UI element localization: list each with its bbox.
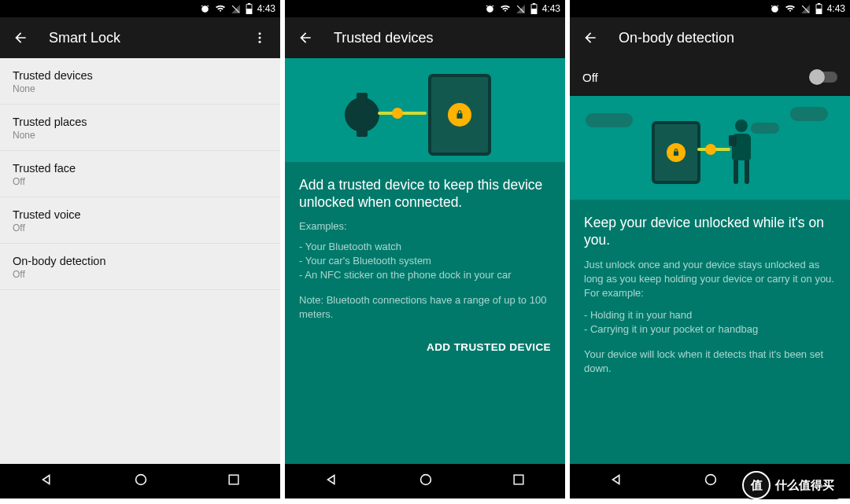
note-text: Note: Bluetooth connections have a range… xyxy=(299,293,551,322)
svg-point-7 xyxy=(136,475,146,485)
example-line: - Holding it in your hand xyxy=(584,308,836,322)
svg-point-5 xyxy=(259,37,261,39)
phone-smart-lock: 4:43 Smart Lock Trusted devices None Tru… xyxy=(0,0,280,498)
status-time: 4:43 xyxy=(257,3,275,14)
nav-back-icon[interactable] xyxy=(323,471,341,491)
list-item-title: Trusted voice xyxy=(13,208,268,221)
svg-rect-8 xyxy=(229,475,238,484)
wifi-icon xyxy=(785,4,796,14)
status-time: 4:43 xyxy=(542,3,560,14)
alarm-icon xyxy=(200,4,210,14)
list-item-subtitle: Off xyxy=(13,176,268,187)
watermark-badge: 值 xyxy=(742,471,771,499)
phone-in-hand-icon xyxy=(729,135,737,146)
list-item-subtitle: Off xyxy=(13,223,268,234)
cloud-icon xyxy=(586,113,633,127)
item-trusted-voice[interactable]: Trusted voice Off xyxy=(0,197,280,244)
toggle-switch[interactable] xyxy=(811,72,837,83)
svg-point-4 xyxy=(259,32,261,35)
hero-illustration xyxy=(285,58,565,162)
wifi-icon xyxy=(215,4,226,14)
examples-list: - Your Bluetooth watch - Your car's Blue… xyxy=(299,240,551,282)
description: Just unlock once and your device stays u… xyxy=(584,258,836,300)
svg-point-19 xyxy=(706,475,716,485)
cloud-icon xyxy=(790,107,828,121)
watermark: 值 什么值得买 xyxy=(739,471,841,499)
status-bar: 4:43 xyxy=(570,0,850,17)
lock-icon xyxy=(667,143,686,162)
wifi-icon xyxy=(500,4,511,14)
nav-back-icon[interactable] xyxy=(39,471,56,491)
hero-illustration xyxy=(570,96,850,200)
back-button[interactable] xyxy=(11,28,30,47)
nav-recent-icon[interactable] xyxy=(226,472,242,491)
alarm-icon xyxy=(485,4,495,14)
trusted-devices-content: Add a trusted device to keep this device… xyxy=(285,58,565,498)
toggle-row[interactable]: Off xyxy=(570,58,850,96)
phone-on-body-detection: 4:43 On-body detection Off xyxy=(570,0,850,498)
add-trusted-device-button[interactable]: ADD TRUSTED DEVICE xyxy=(427,341,551,353)
no-signal-icon xyxy=(516,4,526,14)
back-button[interactable] xyxy=(581,28,600,47)
appbar: Trusted devices xyxy=(285,17,565,58)
headline: Add a trusted device to keep this device… xyxy=(299,176,551,211)
page-title: On-body detection xyxy=(619,30,734,46)
nav-home-icon[interactable] xyxy=(702,471,719,491)
status-time: 4:43 xyxy=(827,3,845,14)
svg-rect-12 xyxy=(531,9,537,14)
text-content: Add a trusted device to keep this device… xyxy=(285,162,565,322)
example-line: - Carrying it in your pocket or handbag xyxy=(584,322,836,337)
watch-icon xyxy=(345,97,379,132)
item-trusted-places[interactable]: Trusted places None xyxy=(0,105,280,151)
svg-rect-3 xyxy=(246,9,252,14)
stage: 4:43 Smart Lock Trusted devices None Tru… xyxy=(0,0,850,504)
list-item-subtitle: Off xyxy=(13,269,268,280)
phone-trusted-devices: 4:43 Trusted devices Add a xyxy=(285,0,565,498)
nav-recent-icon[interactable] xyxy=(511,472,527,491)
toggle-label: Off xyxy=(582,71,598,84)
examples-label: Examples: xyxy=(299,220,551,232)
examples-list: - Holding it in your hand - Carrying it … xyxy=(584,308,836,337)
signal-dot-icon xyxy=(705,144,716,155)
alarm-icon xyxy=(770,4,780,14)
item-on-body-detection[interactable]: On-body detection Off xyxy=(0,244,280,290)
appbar: Smart Lock xyxy=(0,17,280,58)
nav-home-icon[interactable] xyxy=(132,471,150,491)
svg-point-13 xyxy=(421,475,431,485)
example-line: - An NFC sticker on the phone dock in yo… xyxy=(299,268,551,282)
lock-icon xyxy=(448,103,471,127)
list-item-subtitle: None xyxy=(13,130,268,141)
no-signal-icon xyxy=(800,4,811,14)
status-bar: 4:43 xyxy=(0,0,280,17)
battery-icon xyxy=(246,3,253,14)
person-icon xyxy=(735,120,751,184)
nav-bar xyxy=(285,464,565,498)
cloud-icon xyxy=(751,123,779,134)
more-menu-button[interactable] xyxy=(250,28,269,47)
nav-back-icon[interactable] xyxy=(608,471,626,491)
example-line: - Your car's Bluetooth system xyxy=(299,254,551,268)
item-trusted-devices[interactable]: Trusted devices None xyxy=(0,58,280,105)
text-content: Keep your device unlocked while it's on … xyxy=(570,200,850,376)
status-bar: 4:43 xyxy=(285,0,565,17)
on-body-content: Keep your device unlocked while it's on … xyxy=(570,96,850,498)
list-item-title: Trusted devices xyxy=(13,69,268,82)
smart-lock-list: Trusted devices None Trusted places None… xyxy=(0,58,280,498)
headline: Keep your device unlocked while it's on … xyxy=(584,214,836,248)
list-item-title: Trusted places xyxy=(13,116,268,128)
nav-home-icon[interactable] xyxy=(417,471,434,491)
page-title: Smart Lock xyxy=(49,30,120,46)
signal-dot-icon xyxy=(392,108,403,119)
battery-icon xyxy=(530,3,538,14)
item-trusted-face[interactable]: Trusted face Off xyxy=(0,151,280,197)
switch-knob xyxy=(809,69,825,85)
no-signal-icon xyxy=(231,4,241,14)
back-button[interactable] xyxy=(296,28,315,47)
svg-rect-18 xyxy=(816,9,822,14)
page-title: Trusted devices xyxy=(334,30,433,46)
svg-rect-14 xyxy=(514,475,523,484)
battery-icon xyxy=(815,3,822,14)
nav-bar xyxy=(0,464,280,498)
watermark-text: 什么值得买 xyxy=(775,478,834,493)
list-item-subtitle: None xyxy=(13,83,268,94)
